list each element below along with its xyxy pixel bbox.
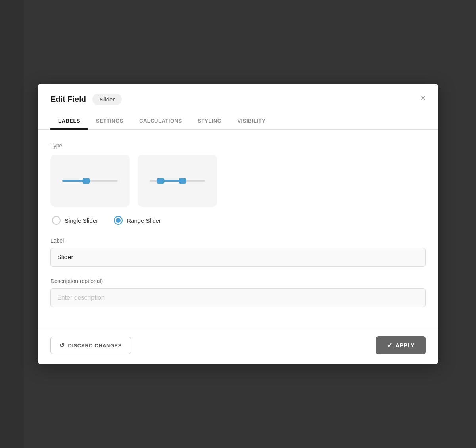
tab-styling[interactable]: STYLING [190,113,230,130]
single-slider-option[interactable]: Single Slider [52,216,98,225]
discard-button[interactable]: ↺ DISCARD CHANGES [50,337,131,354]
tabs-bar: LABELS SETTINGS CALCULATIONS STYLING VIS… [38,113,438,130]
single-slider-label: Single Slider [65,217,98,224]
check-icon: ✓ [387,342,393,349]
modal-header: Edit Field Slider × [38,84,438,105]
tab-settings[interactable]: SETTINGS [88,113,131,130]
single-slider-radio[interactable] [52,216,61,225]
modal-title: Edit Field [50,95,86,104]
svg-point-5 [157,178,165,184]
type-section: Type [50,142,426,225]
modal-overlay: Edit Field Slider × LABELS SETTINGS CALC… [0,0,476,448]
edit-field-modal: Edit Field Slider × LABELS SETTINGS CALC… [38,84,438,364]
range-slider-card[interactable] [138,155,217,207]
apply-label: APPLY [395,342,415,348]
discard-icon: ↺ [60,342,65,349]
label-group: Label [50,237,426,267]
description-input[interactable] [50,288,426,307]
field-type-badge: Slider [92,94,122,105]
modal-body: Type [38,130,438,328]
type-options: Single Slider Range Slider [52,216,426,225]
range-slider-option[interactable]: Range Slider [114,216,161,225]
label-field-label: Label [50,237,426,244]
range-slider-radio[interactable] [114,216,123,225]
close-button[interactable]: × [419,92,427,104]
range-slider-label: Range Slider [127,217,161,224]
type-label: Type [50,142,426,149]
tab-labels[interactable]: LABELS [50,113,88,130]
single-slider-svg [62,178,118,184]
discard-label: DISCARD CHANGES [68,343,122,348]
tab-calculations[interactable]: CALCULATIONS [131,113,190,130]
label-input[interactable] [50,248,426,267]
svg-point-2 [82,178,90,184]
modal-footer: ↺ DISCARD CHANGES ✓ APPLY [38,328,438,364]
range-slider-svg [150,178,205,184]
description-group: Description (optional) [50,278,426,307]
single-slider-card[interactable] [50,155,130,207]
svg-point-6 [178,178,186,184]
apply-button[interactable]: ✓ APPLY [376,336,426,354]
tab-visibility[interactable]: VISIBILITY [229,113,273,130]
description-field-label: Description (optional) [50,278,426,284]
type-cards [50,155,426,207]
